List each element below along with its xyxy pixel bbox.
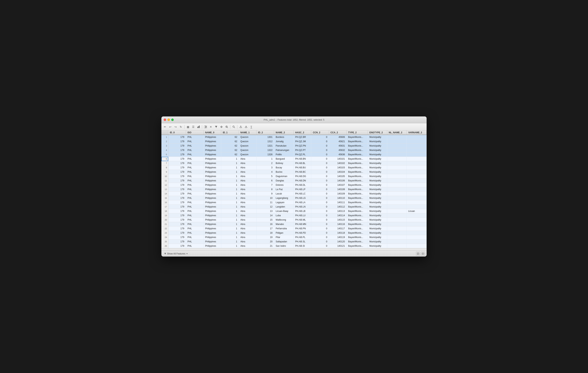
cell-cca_2[interactable]: 45636 [329, 152, 346, 157]
cell-name_1[interactable]: Abra [239, 213, 256, 218]
cell-id_0[interactable]: 179 [168, 205, 186, 209]
cell-varname_2[interactable] [407, 174, 426, 178]
cell-iso[interactable]: PHL [186, 148, 203, 152]
cell-type_2[interactable]: BayanIMunis... [346, 218, 368, 222]
cell-name_1[interactable]: Quezon [239, 144, 256, 148]
cell-nl_name_2[interactable] [387, 227, 407, 231]
map-canvas-icon-btn[interactable] [421, 252, 425, 256]
cell-id_2[interactable]: 14 [256, 213, 274, 218]
cell-id_1[interactable]: 1 [221, 205, 239, 209]
cell-cca_2[interactable]: 140116 [329, 222, 346, 227]
cell-id_0[interactable]: 179 [168, 166, 186, 170]
cell-varname_2[interactable] [407, 244, 426, 248]
cell-id_2[interactable]: 7 [256, 183, 274, 187]
cell-name_1[interactable]: Abra [239, 200, 256, 205]
cell-name_0[interactable]: Philippines [203, 227, 221, 231]
cell-hasc_2[interactable]: PH.AB.ML [294, 218, 311, 222]
cell-type_2[interactable]: BayanIMunis... [346, 239, 368, 244]
cell-name_1[interactable]: Abra [239, 222, 256, 227]
cell-cca_2[interactable]: 140103 [329, 166, 346, 170]
cell-ccn_2[interactable]: 0 [311, 192, 329, 196]
cell-id_0[interactable]: 179 [168, 174, 186, 178]
cell-ccn_2[interactable]: 0 [311, 148, 329, 152]
cell-name_1[interactable]: Abra [239, 235, 256, 239]
cell-ccn_2[interactable]: 0 [311, 205, 329, 209]
graph-view-button[interactable] [196, 124, 201, 129]
cell-cca_2[interactable]: 140104 [329, 170, 346, 174]
cell-ccn_2[interactable]: 0 [311, 161, 329, 166]
cell-iso[interactable]: PHL [186, 144, 203, 148]
cell-engtype_2[interactable]: Municipality [368, 152, 387, 157]
cell-nl_name_2[interactable] [387, 235, 407, 239]
cell-type_2[interactable]: BayanIMunis... [346, 196, 368, 200]
table-row[interactable]: 23179PHLPhilippines1Abra18PidiganPH.AB.P… [161, 231, 427, 235]
cell-iso[interactable]: PHL [186, 244, 203, 248]
cell-name_1[interactable]: Abra [239, 209, 256, 213]
cell-id_2[interactable]: 21 [256, 244, 274, 248]
cell-cca_2[interactable]: 140108 [329, 187, 346, 192]
cell-name_2[interactable]: Lagangilang [274, 196, 294, 200]
cell-hasc_2[interactable]: PH.QZ.BR [294, 135, 311, 139]
cell-iso[interactable]: PHL [186, 192, 203, 196]
cell-nl_name_2[interactable] [387, 139, 407, 144]
cell-id_0[interactable]: 179 [168, 200, 186, 205]
table-row[interactable]: 6179PHLPhilippines1Abra1BanguedPH.AB.BN0… [161, 157, 427, 161]
col-header-NL_NAME_2[interactable]: NL_NAME_2 [387, 130, 407, 135]
table-row[interactable]: 26179PHLPhilippines1Abra21San IsidroPH.A… [161, 244, 427, 248]
cell-varname_2[interactable]: Licuan [407, 209, 426, 213]
cell-hasc_2[interactable]: PH.AB.SL [294, 239, 311, 244]
cell-engtype_2[interactable]: Municipality [368, 196, 387, 200]
cell-id_2[interactable]: 8 [256, 187, 274, 192]
cell-name_0[interactable]: Philippines [203, 218, 221, 222]
cell-iso[interactable]: PHL [186, 239, 203, 244]
cell-iso[interactable]: PHL [186, 218, 203, 222]
cell-name_2[interactable]: Boliney [274, 161, 294, 166]
cell-ccn_2[interactable]: 0 [311, 239, 329, 244]
cell-ccn_2[interactable]: 0 [311, 235, 329, 239]
cell-name_1[interactable]: Abra [239, 205, 256, 209]
cell-varname_2[interactable] [407, 166, 426, 170]
cell-id_1[interactable]: 1 [221, 174, 239, 178]
form-view-button[interactable]: ☰ [191, 124, 196, 129]
cell-nl_name_2[interactable] [387, 218, 407, 222]
cell-nl_name_2[interactable] [387, 152, 407, 157]
cell-varname_2[interactable] [407, 218, 426, 222]
cell-type_2[interactable]: BayanIMunis... [346, 200, 368, 205]
cell-varname_2[interactable] [407, 178, 426, 183]
cell-type_2[interactable]: BayanIMunis... [346, 187, 368, 192]
export-button[interactable] [238, 124, 243, 129]
cell-id_0[interactable]: 179 [168, 152, 186, 157]
cell-name_0[interactable]: Philippines [203, 139, 221, 144]
cell-nl_name_2[interactable] [387, 196, 407, 200]
cell-name_2[interactable]: Manabo [274, 222, 294, 227]
cell-ccn_2[interactable]: 0 [311, 209, 329, 213]
cell-nl_name_2[interactable] [387, 144, 407, 148]
cell-varname_2[interactable] [407, 196, 426, 200]
cell-iso[interactable]: PHL [186, 161, 203, 166]
cell-id_2[interactable]: 11 [256, 200, 274, 205]
cell-name_1[interactable]: Abra [239, 227, 256, 231]
cell-id_2[interactable]: 1322 [256, 148, 274, 152]
cell-nl_name_2[interactable] [387, 148, 407, 152]
cell-hasc_2[interactable]: PH.AB.BL [294, 161, 311, 166]
cell-ccn_2[interactable]: 0 [311, 227, 329, 231]
cell-iso[interactable]: PHL [186, 227, 203, 231]
table-row[interactable]: 25179PHLPhilippines1Abra20SallapadanPH.A… [161, 239, 427, 244]
cell-ccn_2[interactable]: 0 [311, 244, 329, 248]
cell-hasc_2[interactable]: PH.QZ.PL [294, 152, 311, 157]
cell-id_2[interactable]: 3 [256, 166, 274, 170]
col-header-VARNAME_2[interactable]: VARNAME_2 [407, 130, 426, 135]
cell-name_2[interactable]: Bucloc [274, 170, 294, 174]
cell-hasc_2[interactable]: PH.AB.BU [294, 166, 311, 170]
cell-hasc_2[interactable]: PH.AB.LA [294, 200, 311, 205]
cell-name_0[interactable]: Philippines [203, 200, 221, 205]
table-row[interactable]: 4179PHLPhilippines62Quezon1322Patnanunga… [161, 148, 427, 152]
cell-name_1[interactable]: Abra [239, 231, 256, 235]
cell-name_0[interactable]: Philippines [203, 239, 221, 244]
cell-engtype_2[interactable]: Municipality [368, 144, 387, 148]
show-all-features-button[interactable]: Show All Features ▼ [163, 252, 189, 256]
cell-hasc_2[interactable]: PH.AB.BC [294, 170, 311, 174]
cell-hasc_2[interactable]: PH.AB.PD [294, 231, 311, 235]
col-header-ID_0[interactable]: ID_0 [168, 130, 186, 135]
cell-engtype_2[interactable]: Municipality [368, 231, 387, 235]
